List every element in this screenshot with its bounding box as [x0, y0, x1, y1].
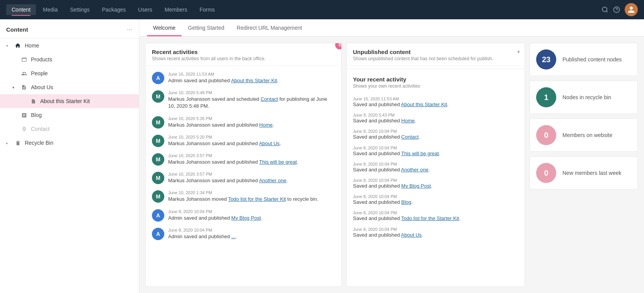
activity-link[interactable]: About Us	[401, 232, 421, 238]
home-icon	[14, 42, 22, 49]
chevron-home: ▾	[6, 44, 12, 48]
stat-circle-new-members: 0	[536, 163, 556, 183]
tree-item-recycle-bin[interactable]: ▸ Recycle Bin	[0, 136, 139, 150]
activity-link[interactable]: Contact	[261, 96, 278, 102]
activity-link[interactable]: About this Starter Kit	[401, 102, 447, 107]
products-icon	[20, 56, 28, 63]
stat-card-recycle: 1 Nodes in recycle bin	[530, 81, 638, 114]
activity-content: June 10, 2020 3:57 PM Markus Johansson s…	[168, 153, 335, 166]
recent-activity-item: June 8, 2020 10:04 PM Saved and publishe…	[347, 176, 525, 192]
activity-item: A June 16, 2020 11:53 AM Admin saved and…	[146, 69, 341, 87]
nav-items: Content Media Settings Packages Users Me…	[6, 4, 601, 15]
recent-activity-item: June 8, 2020 10:04 PM Saved and publishe…	[347, 208, 525, 224]
activity-link[interactable]: Another one	[401, 167, 428, 173]
unpublished-header: Unpublished content Shows unpublished co…	[347, 43, 525, 66]
people-icon	[20, 69, 28, 77]
recent-activity-item: June 8, 2020 10:04 PM Saved and publishe…	[347, 143, 525, 159]
svg-line-1	[606, 11, 607, 12]
nav-item-content[interactable]: Content	[6, 4, 36, 15]
tree-item-people[interactable]: People	[0, 66, 139, 80]
tree-item-about-us[interactable]: ▾ About Us	[0, 80, 139, 94]
activity-item: M June 10, 2020 5:48 PM Markus Johansson…	[146, 87, 341, 113]
stat-card-new-members: 0 New members last week	[530, 156, 638, 190]
chevron-recycle: ▸	[6, 141, 12, 145]
activity-link[interactable]: My Blog Post	[401, 183, 431, 189]
contact-icon	[20, 125, 28, 133]
tree-item-home-label: Home	[25, 42, 39, 49]
activity-link[interactable]: Blog	[401, 199, 411, 205]
search-button[interactable]	[601, 6, 608, 13]
activity-link[interactable]: My Blog Post	[231, 215, 261, 221]
nav-item-users[interactable]: Users	[133, 4, 158, 15]
activity-item: M June 10, 2020 3:57 PM Markus Johansson…	[146, 169, 341, 187]
stat-circle-published: 23	[536, 49, 556, 69]
activity-link[interactable]: Todo list for the Starter Kit	[401, 215, 459, 221]
your-recent-subtitle: Shows your own recent activities	[353, 83, 518, 89]
recent-activity-item: June 8, 2020 10:04 PM Saved and publishe…	[347, 127, 525, 143]
nav-item-forms[interactable]: Forms	[194, 4, 220, 15]
tree-item-products[interactable]: Products	[0, 53, 139, 66]
nav-item-packages[interactable]: Packages	[97, 4, 131, 15]
tree-item-products-label: Products	[31, 56, 52, 63]
stats-panel: 23 Published content nodes 1 Nodes in re…	[530, 43, 638, 287]
tree-item-people-label: People	[31, 70, 48, 76]
nav-right	[601, 3, 638, 16]
tree-item-contact-label: Contact	[31, 126, 49, 132]
activity-link[interactable]: Contact	[401, 134, 419, 140]
tab-getting-started[interactable]: Getting Started	[182, 19, 230, 36]
activity-link[interactable]: About Us	[259, 141, 279, 146]
your-recent-title: Your recent activity	[353, 76, 518, 83]
recent-activities-subtitle: Shows recent activities from all users i…	[152, 56, 335, 61]
filter-icon[interactable]: ▾	[517, 49, 520, 55]
nav-item-settings[interactable]: Settings	[65, 4, 95, 15]
tree-item-home[interactable]: ▾ Home	[0, 39, 139, 53]
activity-link[interactable]: Home	[259, 122, 273, 128]
stat-label-recycle: Nodes in recycle bin	[562, 94, 611, 101]
activity-content: June 10, 2020 5:26 PM Markus Johansson s…	[168, 116, 335, 129]
activity-link[interactable]: About this Starter Kit	[231, 78, 277, 83]
stat-label-new-members: New members last week	[562, 169, 622, 176]
nav-item-media[interactable]: Media	[37, 4, 63, 15]
activity-link[interactable]: Another one	[259, 178, 286, 183]
tabs-bar: Welcome Getting Started Redirect URL Man…	[139, 19, 644, 37]
activity-link[interactable]: ...	[231, 234, 235, 239]
activity-link[interactable]: This will be great	[401, 151, 439, 156]
activity-item: M June 10, 2020 5:20 PM Markus Johansson…	[146, 132, 341, 150]
activity-link[interactable]: This will be great	[259, 159, 297, 165]
recycle-bin-icon	[14, 139, 22, 147]
help-button[interactable]	[613, 6, 620, 13]
content-area: Welcome Getting Started Redirect URL Man…	[139, 19, 644, 293]
avatar: A	[152, 228, 164, 240]
dashboard: Recent activities Shows recent activitie…	[139, 37, 644, 293]
sidebar-title: Content	[6, 26, 28, 33]
recent-activities-header: Recent activities Shows recent activitie…	[146, 43, 341, 66]
tree-item-starter-kit[interactable]: About this Starter Kit	[0, 94, 139, 108]
recent-activity-item: June 8, 2020 10:04 PM Saved and publishe…	[347, 192, 525, 208]
avatar: M	[152, 172, 164, 184]
activity-item: M June 10, 2020 3:57 PM Markus Johansson…	[146, 150, 341, 169]
middle-panel: Unpublished content Shows unpublished co…	[346, 43, 525, 287]
blog-icon	[20, 111, 28, 119]
user-avatar[interactable]	[625, 3, 638, 16]
tab-redirect-url[interactable]: Redirect URL Management	[230, 19, 308, 36]
svg-point-0	[602, 7, 607, 12]
tab-welcome[interactable]: Welcome	[147, 19, 182, 36]
unpublished-title: Unpublished content	[353, 49, 518, 55]
tree-item-blog[interactable]: Blog	[0, 108, 139, 122]
main-layout: Content ··· ▾ Home Products People	[0, 19, 644, 293]
tree-item-contact[interactable]: Contact	[0, 122, 139, 136]
divider	[347, 69, 525, 69]
tree-item-blog-label: Blog	[31, 112, 42, 118]
activity-link[interactable]: Home	[401, 118, 415, 124]
stat-label-published: Published content nodes	[562, 56, 622, 63]
sidebar-menu-button[interactable]: ···	[127, 25, 133, 34]
your-recent-header: Your recent activity Shows your own rece…	[347, 72, 525, 91]
avatar: M	[152, 135, 164, 147]
nav-item-members[interactable]: Members	[159, 4, 193, 15]
tree-item-starter-kit-label: About this Starter Kit	[40, 98, 90, 104]
activity-link[interactable]: Todo list for the Starter Kit	[228, 196, 286, 202]
page-icon-starter-kit	[29, 97, 37, 105]
stat-circle-recycle: 1	[536, 87, 556, 107]
recent-activities-badge: 0	[335, 43, 342, 49]
stat-card-members: 0 Members on website	[530, 119, 638, 152]
